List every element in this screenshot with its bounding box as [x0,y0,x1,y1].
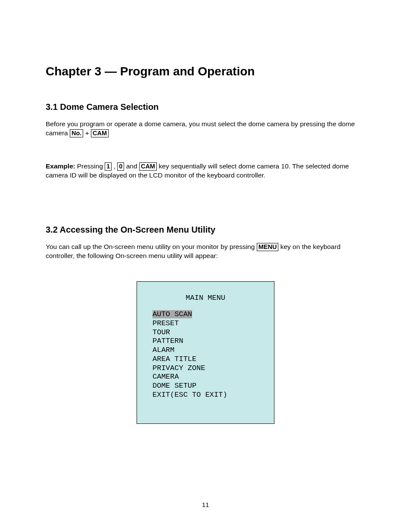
paragraph-3-1-intro: Before you program or operate a dome cam… [46,120,365,138]
key-cam: CAM [91,129,109,137]
key-1: 1 [105,162,112,171]
osd-menu-title: MAIN MENU [146,294,265,303]
document-page: Chapter 3 — Program and Operation 3.1 Do… [0,0,411,532]
text-fragment: + [83,129,91,137]
key-menu: MENU [257,243,279,251]
section-heading-3-2: 3.2 Accessing the On-Screen Menu Utility [46,225,365,235]
section-heading-3-1: 3.1 Dome Camera Selection [46,102,365,112]
page-number: 11 [0,501,411,508]
text-fragment: Pressing [75,162,105,170]
text-fragment: , [112,162,117,170]
osd-menu-items: PRESET TOUR PATTERN ALARM AREA TITLE PRI… [153,319,227,399]
text-fragment: and [124,162,139,170]
key-cam-2: CAM [139,162,157,171]
spacer [46,183,365,225]
text-fragment: You can call up the On-screen menu utili… [46,243,257,250]
paragraph-3-2-intro: You can call up the On-screen menu utili… [46,243,365,261]
key-no: No. [70,129,83,137]
osd-menu-list: AUTO SCAN PRESET TOUR PATTERN ALARM AREA… [153,310,265,399]
example-label: Example [46,162,73,170]
chapter-title: Chapter 3 — Program and Operation [46,65,365,78]
spacer [46,263,365,281]
osd-menu-item-highlighted: AUTO SCAN [153,310,192,318]
key-0: 0 [117,162,124,171]
osd-menu-screen: MAIN MENU AUTO SCAN PRESET TOUR PATTERN … [137,281,274,424]
spacer [46,140,365,162]
paragraph-3-1-example: Example: Pressing 1 , 0 and CAM key sequ… [46,162,365,180]
